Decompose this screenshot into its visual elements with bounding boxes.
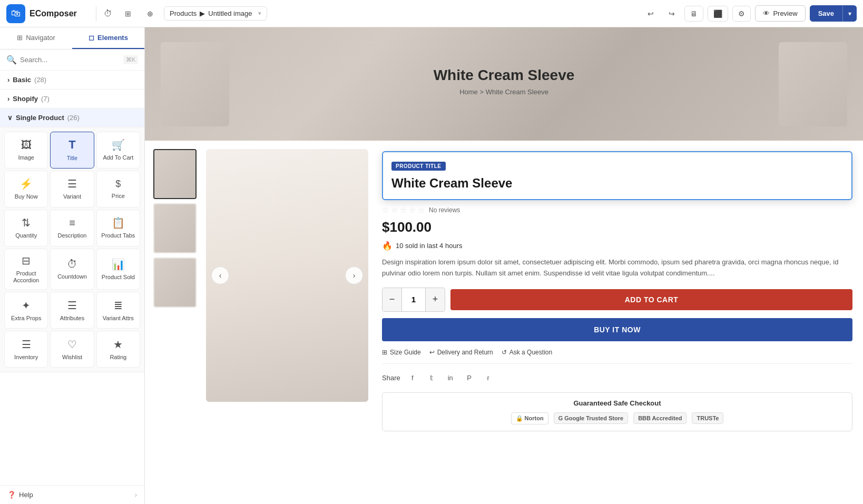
category-basic[interactable]: › Basic (28): [0, 71, 144, 90]
bbb-badge: BBB Accredited: [633, 412, 687, 424]
redo-button[interactable]: ↪: [663, 6, 680, 21]
chevron-down-icon: ∨: [7, 114, 13, 122]
element-product-sold[interactable]: 📊 Product Sold: [96, 249, 140, 290]
element-extra-props[interactable]: ✦ Extra Props: [4, 292, 48, 329]
element-product-sold-label: Product Sold: [102, 274, 135, 281]
prev-image-button[interactable]: ‹: [211, 266, 229, 284]
google-badge: G Google Trusted Store: [554, 412, 628, 424]
preview-button[interactable]: 👁 Preview: [755, 5, 805, 22]
pinterest-share[interactable]: P: [463, 371, 476, 385]
quantity-minus-button[interactable]: −: [383, 288, 401, 311]
quantity-icon: ⇅: [22, 216, 31, 229]
tab-navigator[interactable]: ⊞ Navigator: [0, 27, 72, 49]
buy-now-button[interactable]: BUY IT NOW: [382, 318, 852, 341]
twitter-share[interactable]: 𝕥: [425, 371, 438, 385]
main-layout: ⊞ Navigator ◻ Elements 🔍 ⌘K › Basic (28)…: [0, 27, 863, 504]
next-image-button[interactable]: ›: [345, 266, 363, 284]
element-add-to-cart[interactable]: 🛒 Add To Cart: [96, 132, 140, 169]
element-quantity-label: Quantity: [15, 232, 37, 239]
add-to-cart-icon: 🛒: [112, 139, 125, 151]
sold-text: 10 sold in last 4 hours: [396, 242, 462, 250]
settings-button[interactable]: ⚙: [732, 6, 751, 22]
quantity-plus-button[interactable]: +: [426, 288, 445, 311]
wishlist-icon: ♡: [67, 338, 77, 351]
element-rating[interactable]: ★ Rating: [96, 331, 140, 368]
element-product-accordion-label: Product Accordion: [7, 270, 45, 284]
grid-view-button[interactable]: ⊞: [120, 6, 136, 21]
add-to-cart-button[interactable]: ADD TO CART: [450, 289, 852, 310]
categories-list: › Basic (28) › Shopify (7) ∨ Single Prod…: [0, 71, 144, 485]
ask-icon: ↺: [502, 349, 507, 356]
quantity-cart-row: − 1 + ADD TO CART: [382, 288, 852, 312]
element-quantity[interactable]: ⇅ Quantity: [4, 210, 48, 246]
cursor-button[interactable]: ⊕: [142, 6, 159, 21]
element-inventory-label: Inventory: [14, 354, 38, 361]
thumbnail-2[interactable]: [153, 203, 197, 253]
element-attributes[interactable]: ☰ Attributes: [50, 292, 94, 329]
undo-button[interactable]: ↩: [642, 6, 659, 21]
element-variant-attrs[interactable]: ≣ Variant Attrs: [96, 292, 140, 329]
buy-now-icon: ⚡: [19, 177, 33, 190]
thumbnail-3[interactable]: [153, 258, 197, 308]
banner-center: White Cream Sleeve Home > White Cream Sl…: [229, 67, 779, 101]
element-image[interactable]: 🖼 Image: [4, 132, 48, 169]
checkout-title: Guaranteed Safe Checkout: [391, 399, 844, 407]
breadcrumb-page: Untitled image: [208, 9, 252, 17]
delivery-link[interactable]: ↩ Delivery and Return: [429, 349, 493, 356]
star-2: ☆: [391, 205, 398, 215]
element-inventory[interactable]: ☰ Inventory: [4, 331, 48, 368]
tab-elements[interactable]: ◻ Elements: [72, 27, 144, 49]
left-panel: ⊞ Navigator ◻ Elements 🔍 ⌘K › Basic (28)…: [0, 27, 145, 504]
logo: 🛍 EComposer: [6, 4, 91, 23]
ask-question-link[interactable]: ↺ Ask a Question: [502, 349, 552, 356]
star-4: ☆: [409, 205, 416, 215]
category-single-product[interactable]: ∨ Single Product (26): [0, 108, 144, 127]
thumbnail-1[interactable]: [153, 149, 197, 199]
size-guide-icon: ⊞: [382, 349, 387, 356]
breadcrumb-selector[interactable]: Products ▶ Untitled image ▾: [164, 6, 267, 21]
facebook-share[interactable]: f: [406, 371, 419, 385]
element-product-tabs-label: Product Tabs: [101, 232, 135, 239]
thumbnail-img-2: [154, 204, 195, 252]
main-img-figure: [206, 149, 368, 402]
tablet-view-button[interactable]: ⬛: [708, 6, 728, 22]
image-icon: 🖼: [21, 139, 32, 151]
reviews-text: No reviews: [429, 206, 460, 214]
category-shopify[interactable]: › Shopify (7): [0, 90, 144, 108]
description-icon: ≡: [69, 217, 75, 229]
element-description[interactable]: ≡ Description: [50, 210, 94, 246]
elements-grid: 🖼 Image T Title 🛒 Add To Cart ⚡ Buy Now: [0, 127, 144, 372]
search-input[interactable]: [20, 56, 120, 64]
element-title[interactable]: T Title: [50, 132, 94, 169]
thumbnail-strip: [153, 149, 201, 496]
category-basic-count: (28): [34, 76, 46, 84]
element-variant[interactable]: ☰ Variant: [50, 171, 94, 207]
preview-label: Preview: [773, 9, 797, 17]
ask-label: Ask a Question: [509, 349, 552, 356]
element-image-label: Image: [18, 154, 34, 161]
product-description: Design inspiration lorem ipsum dolor sit…: [382, 257, 852, 279]
element-wishlist[interactable]: ♡ Wishlist: [50, 331, 94, 368]
banner-bg-left: [161, 42, 229, 126]
help-bar[interactable]: ❓ Help ›: [0, 485, 144, 504]
element-countdown[interactable]: ⏱ Countdown: [50, 249, 94, 290]
rating-icon: ★: [113, 338, 123, 351]
element-price[interactable]: $ Price: [96, 171, 140, 207]
category-single-product-count: (26): [67, 114, 80, 122]
linkedin-share[interactable]: in: [444, 371, 457, 385]
fire-icon: 🔥: [382, 241, 393, 251]
chevron-right-icon: ›: [7, 76, 9, 84]
variant-attrs-icon: ≣: [114, 299, 123, 312]
save-button[interactable]: Save: [810, 5, 842, 22]
element-product-tabs[interactable]: 📋 Product Tabs: [96, 210, 140, 246]
countdown-icon: ⏱: [67, 258, 77, 270]
page-banner-breadcrumb: Home > White Cream Sleeve: [459, 88, 548, 101]
element-product-accordion[interactable]: ⊟ Product Accordion: [4, 249, 48, 290]
help-label: Help: [19, 491, 33, 499]
save-dropdown-button[interactable]: ▾: [842, 6, 857, 22]
size-guide-link[interactable]: ⊞ Size Guide: [382, 349, 421, 356]
desktop-view-button[interactable]: 🖥: [684, 6, 703, 22]
history-button[interactable]: ⏱: [102, 7, 114, 21]
element-buy-now[interactable]: ⚡ Buy Now: [4, 171, 48, 207]
reddit-share[interactable]: r: [482, 371, 495, 385]
